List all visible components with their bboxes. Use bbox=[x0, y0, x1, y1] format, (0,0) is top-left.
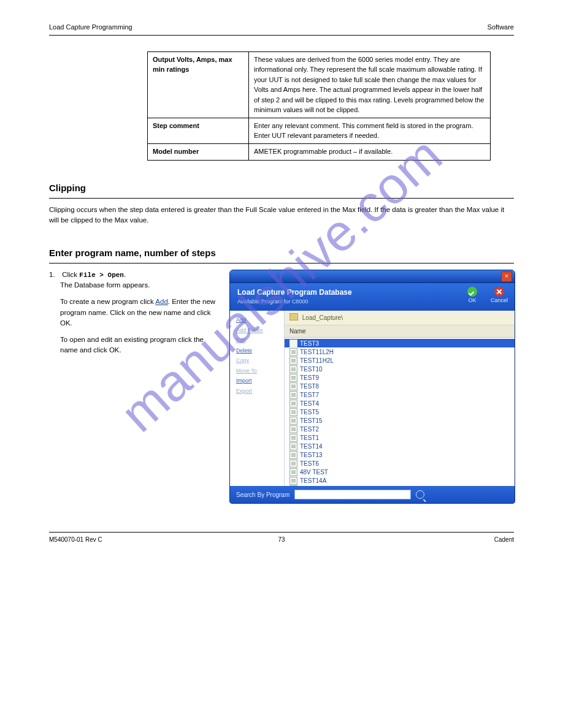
step-para2a: To create a new program click bbox=[60, 298, 155, 305]
column-header[interactable]: Name bbox=[285, 325, 515, 338]
folder-icon bbox=[289, 313, 298, 320]
cancel-button[interactable]: Cancel bbox=[490, 287, 508, 305]
file-icon bbox=[289, 451, 297, 459]
side-link-export[interactable]: Export bbox=[236, 387, 280, 396]
table-row: Output Volts, Amps, max min ratings Thes… bbox=[148, 51, 491, 118]
list-item[interactable]: TEST6 bbox=[285, 459, 515, 468]
spec-table: Output Volts, Amps, max min ratings Thes… bbox=[147, 51, 491, 161]
file-icon bbox=[289, 425, 297, 433]
close-button[interactable]: × bbox=[501, 271, 512, 282]
dialog: × Load Capture Program Database Availabl… bbox=[229, 270, 515, 504]
list-item[interactable]: TEST4 bbox=[285, 399, 515, 408]
row-desc: Enter any relevant comment. This comment… bbox=[254, 122, 473, 140]
side-link-move-to[interactable]: Move To bbox=[236, 367, 280, 376]
dialog-body: AddAdd FolderEditDeleteCopyMove ToImport… bbox=[230, 311, 515, 486]
dialog-header: Load Capture Program Database Available … bbox=[230, 283, 515, 311]
list-item-label: TEST11H2L bbox=[300, 356, 334, 365]
file-icon bbox=[289, 468, 297, 476]
list-item-label: TEST10 bbox=[300, 365, 323, 374]
breadcrumb[interactable]: Load_Capture\ bbox=[285, 311, 515, 325]
dialog-sidepanel: AddAdd FolderEditDeleteCopyMove ToImport… bbox=[230, 311, 285, 486]
dialog-list-area: Load_Capture\ Name TEST3TEST11L2HTEST11H… bbox=[285, 311, 515, 486]
row-label: Model number bbox=[153, 146, 243, 157]
list-item[interactable]: TEST5 bbox=[285, 408, 515, 416]
ok-label: OK bbox=[468, 297, 476, 305]
search-icon[interactable] bbox=[416, 490, 424, 499]
close-icon: × bbox=[505, 273, 508, 279]
list-item[interactable]: TEST1 bbox=[285, 433, 515, 442]
section-clipping-title: Clipping bbox=[49, 181, 514, 195]
row-label: Step comment bbox=[153, 121, 243, 131]
file-icon bbox=[289, 477, 297, 485]
dialog-titlebar: × bbox=[230, 270, 515, 283]
list-item[interactable]: TEST13 bbox=[285, 450, 515, 459]
ok-button[interactable]: OK bbox=[463, 287, 481, 305]
side-link-add[interactable]: Add bbox=[236, 316, 280, 325]
page-footer: M540070-01 Rev C 73 Cadent bbox=[49, 532, 514, 544]
breadcrumb-text: Load_Capture\ bbox=[302, 314, 343, 321]
side-link-add-folder[interactable]: Add Folder bbox=[236, 327, 280, 335]
list-item[interactable]: TEST2 bbox=[285, 425, 515, 433]
list-item-label: TEST9 bbox=[300, 373, 319, 382]
list-item-label: TEST7 bbox=[300, 390, 319, 400]
row-label: Output Volts, Amps, max min ratings bbox=[153, 55, 243, 75]
dialog-screenshot: × Load Capture Program Database Availabl… bbox=[229, 270, 514, 504]
section-enter-name-title: Enter program name, number of steps bbox=[49, 246, 514, 260]
list-item-label: TEST3 bbox=[300, 339, 319, 348]
step-line2: The Database form appears. bbox=[60, 281, 150, 289]
step-number: 1. bbox=[49, 270, 60, 280]
doc-header: Load Capture Programming Software bbox=[49, 22, 514, 32]
file-icon bbox=[289, 391, 297, 399]
file-icon bbox=[289, 357, 297, 365]
side-link-delete[interactable]: Delete bbox=[236, 347, 280, 355]
row-desc: AMETEK programmable product – if availab… bbox=[254, 148, 393, 155]
step-para3: To open and edit an existing program cli… bbox=[60, 336, 204, 354]
list-item-label: TEST1 bbox=[300, 433, 319, 442]
list-item[interactable]: TEST14 bbox=[285, 442, 515, 450]
list-item[interactable]: TEST10 bbox=[285, 365, 515, 373]
list-item[interactable]: TEST11H2L bbox=[285, 356, 515, 365]
file-icon bbox=[289, 374, 297, 382]
table-row: Step comment Enter any relevant comment.… bbox=[148, 118, 491, 143]
file-icon bbox=[289, 348, 297, 356]
list-item[interactable]: 48V TEST bbox=[285, 468, 515, 476]
list-item[interactable]: TEST3 bbox=[285, 339, 515, 347]
row-desc: These values are derived from the 6000 s… bbox=[254, 56, 484, 114]
list-item[interactable]: TEST15 bbox=[285, 416, 515, 425]
doc-title: Load Capture Programming bbox=[49, 23, 132, 31]
list-item[interactable]: TEST9 bbox=[285, 373, 515, 382]
cancel-icon bbox=[494, 287, 504, 297]
side-link-import[interactable]: Import bbox=[236, 377, 280, 385]
search-label: Search By Program bbox=[236, 490, 289, 499]
list-item[interactable]: TEST11L2H bbox=[285, 347, 515, 356]
section-clipping-text: Clipping occurs when the step data enter… bbox=[49, 205, 514, 226]
side-link-edit[interactable]: Edit bbox=[236, 336, 280, 345]
list-item-label: TEST4 bbox=[300, 399, 319, 408]
side-link-copy[interactable]: Copy bbox=[236, 357, 280, 365]
file-icon bbox=[289, 460, 297, 468]
page: manualshive.com Load Capture Programming… bbox=[0, 0, 563, 569]
section-rule bbox=[49, 263, 514, 264]
list-item-label: 48V TEST bbox=[300, 468, 328, 477]
list-item-label: TEST11L2H bbox=[300, 347, 334, 357]
check-icon bbox=[467, 287, 477, 297]
list-item[interactable]: TEST14A bbox=[285, 476, 515, 485]
section-rule bbox=[49, 198, 514, 199]
list-item-label: TEST12 bbox=[300, 485, 323, 487]
search-input[interactable] bbox=[294, 490, 411, 499]
file-icon bbox=[289, 434, 297, 442]
list-item-label: TEST13 bbox=[300, 450, 323, 460]
list-item-label: TEST2 bbox=[300, 425, 319, 434]
list-item[interactable]: TEST8 bbox=[285, 382, 515, 390]
step-text: 1. Click File > Open. The Database form … bbox=[49, 270, 220, 356]
list-item-label: TEST15 bbox=[300, 416, 323, 425]
list-item[interactable]: TEST7 bbox=[285, 390, 515, 399]
dialog-search-bar: Search By Program bbox=[230, 486, 515, 503]
file-icon bbox=[289, 339, 297, 347]
list-item-label: TEST14A bbox=[300, 476, 326, 485]
file-icon bbox=[289, 408, 297, 416]
list-item[interactable]: TEST12 bbox=[285, 485, 515, 486]
list-item-label: TEST8 bbox=[300, 382, 319, 391]
list-item-label: TEST5 bbox=[300, 408, 319, 417]
doc-header-right: Software bbox=[488, 22, 514, 32]
